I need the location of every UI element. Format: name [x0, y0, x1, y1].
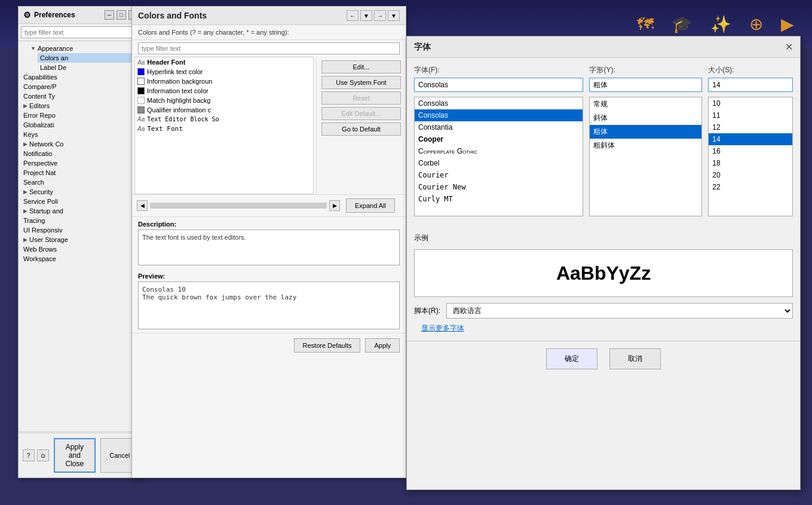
sidebar-item-workspace[interactable]: Workspace — [21, 254, 140, 264]
sidebar-item-security[interactable]: ▶ Security — [21, 187, 140, 197]
tree-item-info-text[interactable]: Information text color — [135, 86, 313, 96]
nav-dropdown-icon[interactable]: ▼ — [360, 10, 372, 21]
nav-back-icon[interactable]: ← — [347, 10, 358, 21]
font-dialog-close-button[interactable]: ✕ — [785, 41, 793, 53]
tree-item-info-bg[interactable]: Information backgroun — [135, 76, 313, 86]
sidebar-item-web-browser[interactable]: Web Brows — [21, 244, 140, 254]
target-icon: ⊕ — [749, 14, 763, 34]
list-item[interactable]: Copperplate Gothic — [415, 145, 583, 157]
horizontal-scrollbar[interactable] — [150, 203, 327, 209]
edit-default-button[interactable]: Edit Default... — [321, 107, 401, 120]
list-item[interactable]: Consolas — [415, 97, 583, 109]
list-item[interactable]: Consolas — [415, 109, 583, 121]
sidebar-item-keys[interactable]: Keys — [21, 130, 140, 139]
font-size-input[interactable] — [708, 78, 793, 92]
font-cancel-button[interactable]: 取消 — [609, 348, 661, 369]
list-item[interactable]: 20 — [709, 169, 792, 181]
list-item[interactable]: Courier — [415, 169, 583, 181]
restore-defaults-button[interactable]: Restore Defaults — [294, 338, 361, 353]
tree-item-label: Match highlight backg — [147, 97, 210, 104]
list-item[interactable]: Courier New — [415, 181, 583, 193]
scroll-left-button[interactable]: ◀ — [137, 200, 148, 211]
sidebar-item-editors[interactable]: ▶ Editors — [21, 101, 140, 111]
scroll-right-button[interactable]: ▶ — [329, 200, 340, 211]
preferences-search-input[interactable] — [21, 26, 140, 38]
sidebar-item-label-decorations[interactable]: Label De — [38, 63, 140, 72]
apply-and-close-button[interactable]: Apply and Close — [54, 438, 96, 473]
sidebar-item-perspectives[interactable]: Perspective — [21, 158, 140, 168]
subtitle-text: Colors and Fonts (? = any character, * =… — [138, 29, 289, 36]
list-item[interactable]: 粗斜体 — [590, 139, 701, 152]
expand-arrow-icon: ▼ — [30, 45, 36, 51]
font-name-input[interactable] — [414, 78, 583, 92]
tree-item-label: Header Font — [147, 59, 185, 66]
nav-forward-dropdown-icon[interactable]: ▼ — [388, 10, 400, 21]
list-item[interactable]: 18 — [709, 157, 792, 169]
font-name-list[interactable]: Consolas Consolas Constantia Cooper Copp… — [414, 97, 583, 216]
sidebar-item-globalization[interactable]: Globalizati — [21, 120, 140, 130]
tree-item-text-font[interactable]: Aa Text Font — [135, 124, 313, 134]
sidebar-item-label: Label De — [40, 64, 66, 71]
colors-tree-list[interactable]: Aa Header Font Hyperlink text color Info… — [134, 57, 314, 194]
list-item[interactable]: Constantia — [415, 121, 583, 133]
list-item[interactable]: Corbel — [415, 157, 583, 169]
preferences-window: ⚙ Preferences ─ □ ✕ ▼ Appearance Colors … — [18, 6, 143, 478]
list-item[interactable]: Cooper — [415, 133, 583, 145]
help-button[interactable]: ? — [23, 449, 35, 461]
expand-arrow-icon: ▶ — [23, 189, 27, 195]
reset-button[interactable]: Reset — [321, 91, 401, 105]
sidebar-item-network[interactable]: ▶ Network Co — [21, 139, 140, 149]
list-item[interactable]: 12 — [709, 121, 792, 133]
sidebar-item-ui-responsiveness[interactable]: UI Responsiv — [21, 225, 140, 235]
description-box: The text font is used by text editors. — [138, 229, 400, 265]
list-item[interactable]: 14 — [709, 133, 792, 145]
tree-item-match-highlight[interactable]: Match highlight backg — [135, 96, 313, 105]
color-swatch-icon — [137, 106, 145, 114]
sidebar-item-project-natures[interactable]: Project Nat — [21, 168, 140, 177]
list-item[interactable]: 16 — [709, 145, 792, 157]
show-more-fonts-link[interactable]: 显示更多字体 — [414, 322, 471, 335]
font-style-list[interactable]: 常规 斜体 粗体 粗斜体 — [589, 97, 702, 216]
color-swatch-icon — [137, 78, 145, 85]
restore-button[interactable]: □ — [117, 10, 126, 20]
use-system-font-button[interactable]: Use System Font — [321, 76, 401, 89]
expand-all-button[interactable]: Expand All — [346, 198, 395, 213]
font-ok-button[interactable]: 确定 — [546, 348, 597, 369]
list-item[interactable]: 斜体 — [590, 111, 701, 125]
nav-forward-icon[interactable]: → — [374, 10, 386, 21]
list-item[interactable]: 10 — [709, 97, 792, 109]
font-size-list[interactable]: 10 11 12 14 16 18 20 22 — [708, 97, 793, 216]
sidebar-item-notifications[interactable]: Notificatio — [21, 149, 140, 158]
tree-item-hyperlink-color[interactable]: Hyperlink text color — [135, 67, 313, 76]
sidebar-item-colors-fonts[interactable]: Colors an — [38, 53, 140, 63]
sidebar-item-user-storage[interactable]: ▶ User Storage — [21, 235, 140, 244]
list-item[interactable]: 11 — [709, 109, 792, 121]
graduation-icon: 🎓 — [672, 14, 693, 34]
sidebar-item-tracing[interactable]: Tracing — [21, 216, 140, 225]
sidebar-item-compare[interactable]: Compare/P — [21, 82, 140, 91]
list-item[interactable]: 常规 — [590, 97, 701, 111]
minimize-button[interactable]: ─ — [105, 10, 114, 20]
script-select[interactable]: 西欧语言 — [446, 303, 793, 319]
colors-filter-input[interactable] — [138, 42, 400, 54]
font-type-icon: Aa — [137, 116, 145, 123]
list-item[interactable]: 22 — [709, 181, 792, 193]
tree-item-text-editor-block[interactable]: Aa Text Editor Block So — [135, 115, 313, 124]
edit-button[interactable]: Edit... — [321, 60, 401, 74]
list-item[interactable]: Curly MT — [415, 193, 583, 205]
sidebar-item-appearance[interactable]: ▼ Appearance — [21, 44, 140, 53]
apply-button[interactable]: Apply — [365, 338, 400, 353]
tree-item-header-font[interactable]: Aa Header Font — [135, 57, 313, 67]
sidebar-item-service-policies[interactable]: Service Poli — [21, 197, 140, 206]
sidebar-item-content-types[interactable]: Content Ty — [21, 91, 140, 101]
sidebar-item-startup[interactable]: ▶ Startup and — [21, 206, 140, 216]
expand-arrow-icon: ▶ — [23, 237, 27, 243]
sidebar-item-capabilities[interactable]: Capabilities — [21, 72, 140, 82]
tree-item-qualifier-info[interactable]: Qualifier information c — [135, 105, 313, 115]
font-style-input[interactable] — [589, 78, 702, 92]
go-to-default-button[interactable]: Go to Default — [321, 123, 401, 136]
sidebar-item-error-reporting[interactable]: Error Repo — [21, 111, 140, 120]
list-item[interactable]: 粗体 — [590, 125, 701, 139]
defaults-button[interactable]: ⊙ — [37, 449, 49, 461]
sidebar-item-search[interactable]: Search — [21, 177, 140, 187]
